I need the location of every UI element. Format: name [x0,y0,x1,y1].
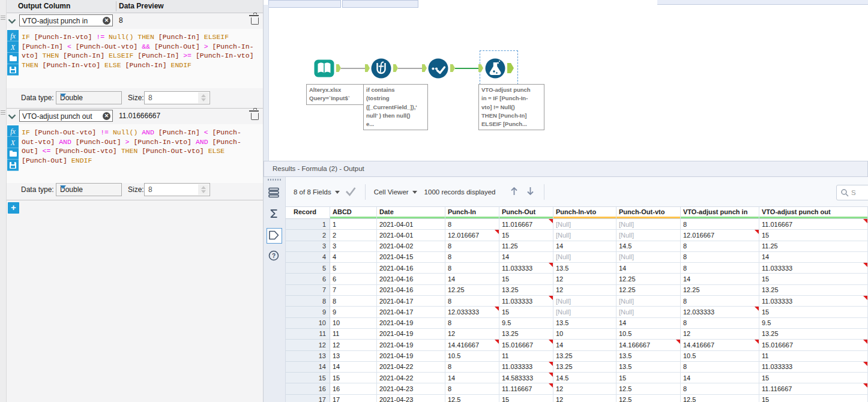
table-cell[interactable]: [Null] [553,307,616,317]
row-number-cell[interactable]: 9 [286,307,330,317]
search-box[interactable]: S [836,185,868,200]
tool-annotation[interactable]: Alteryx.xlsx Query=`Input$` [306,84,365,105]
canvas-scrollbar[interactable] [264,5,269,161]
table-cell[interactable]: 14 [445,274,499,284]
apply-checkmark-icon[interactable] [345,186,357,198]
panel-drag-handle[interactable] [268,179,281,181]
table-cell[interactable]: 8 [445,296,499,307]
table-cell[interactable]: 13.25 [553,351,616,362]
table-cell[interactable]: 11 [330,329,377,340]
table-cell[interactable]: [Null] [616,307,681,317]
chevron-down-icon[interactable] [8,16,17,25]
column-header[interactable]: VTO-adjust punch in [681,207,759,218]
table-cell[interactable]: 8 [681,318,759,329]
table-cell[interactable]: 14 [499,252,553,263]
saved-expressions-icon[interactable] [7,148,19,160]
workflow-tab[interactable] [268,0,341,8]
table-cell[interactable]: 12.5 [616,395,681,402]
table-cell[interactable]: 12 [445,329,499,340]
row-number-cell[interactable]: 4 [286,252,330,263]
table-cell[interactable]: 13.25 [759,329,868,340]
scroll-bottom-icon[interactable] [525,185,535,198]
table-cell[interactable]: 14.5 [616,241,681,252]
table-cell[interactable]: 13.5 [616,362,681,373]
table-cell[interactable]: 2021-04-19 [377,351,445,362]
table-cell[interactable]: 8 [445,252,499,263]
table-cell[interactable]: 15.016667 [499,340,553,350]
table-cell[interactable]: 15.016667 [759,340,868,350]
fields-dropdown[interactable]: 8 of 8 Fields [294,188,331,196]
table-cell[interactable]: [Null] [616,219,681,230]
table-cell[interactable]: 14 [330,362,377,373]
multi-field-formula-tool[interactable] [371,58,391,79]
table-cell[interactable]: 13.25 [759,285,868,296]
table-cell[interactable]: 8 [681,219,759,230]
table-cell[interactable]: 7 [330,285,377,296]
table-cell[interactable]: 8 [445,263,499,274]
row-number-cell[interactable]: 3 [286,241,330,252]
table-cell[interactable]: 16 [330,383,377,394]
table-cell[interactable]: 11.016667 [499,219,553,230]
table-cell[interactable]: [Null] [616,252,681,263]
output-anchor[interactable] [450,64,455,72]
table-cell[interactable]: 13.5 [553,263,616,274]
table-cell[interactable]: 12.25 [445,285,499,296]
data-view-icon[interactable] [267,228,282,244]
connection-line[interactable] [398,68,422,69]
table-cell[interactable]: 14.416667 [445,340,499,350]
row-number-cell[interactable]: 16 [286,383,330,394]
size-spinner[interactable] [198,92,209,103]
table-cell[interactable]: 13.25 [553,362,616,373]
table-cell[interactable]: [Null] [553,230,616,241]
table-cell[interactable]: 2021-04-01 [377,230,445,241]
table-cell[interactable]: 12 [553,383,616,394]
table-cell[interactable]: [Null] [553,296,616,307]
table-cell[interactable]: 14.416667 [681,340,759,350]
table-cell[interactable]: 8 [681,252,759,263]
table-cell[interactable]: 2021-04-16 [377,263,445,274]
table-cell[interactable]: 12 [330,340,377,350]
table-cell[interactable]: 15 [499,274,553,284]
table-cell[interactable]: 12.25 [616,285,681,296]
table-cell[interactable]: 14 [759,252,868,263]
table-cell[interactable]: 9.5 [759,318,868,329]
workflow-tab[interactable] [342,0,418,8]
input-anchor[interactable] [422,64,427,72]
row-number-cell[interactable]: 17 [286,395,330,402]
row-number-cell[interactable]: 8 [286,296,330,307]
table-cell[interactable]: 11.25 [499,241,553,252]
table-cell[interactable]: [Null] [616,296,681,307]
table-cell[interactable]: 11.25 [759,241,868,252]
row-number-cell[interactable]: 11 [286,329,330,340]
table-cell[interactable]: 8 [445,318,499,329]
table-cell[interactable]: 12.016667 [445,230,499,241]
table-cell[interactable]: 15 [499,395,553,402]
table-cell[interactable]: 17 [330,395,377,402]
table-cell[interactable]: 14 [553,340,616,350]
drag-grip-icon[interactable] [1,16,5,20]
column-header[interactable]: VTO-adjust punch out [759,207,868,218]
output-anchor[interactable] [393,64,398,72]
data-type-dropdown[interactable]: Double [56,91,122,104]
formula-expression-editor[interactable]: IF [Punch-In-vto] != Null() THEN [Punch-… [22,32,261,87]
scroll-top-icon[interactable] [509,185,519,198]
clear-field-icon[interactable] [103,17,110,25]
input-data-tool[interactable] [314,58,334,79]
workflow-canvas[interactable]: Alteryx.xlsx Query=`Input$` if contains … [264,0,868,161]
table-cell[interactable]: 14 [553,241,616,252]
table-cell[interactable]: 15 [499,307,553,317]
drag-grip-icon[interactable] [1,110,5,115]
panel-left-rail[interactable] [0,0,7,402]
table-cell[interactable]: 12.5 [445,395,499,402]
table-cell[interactable]: 11.033333 [499,362,553,373]
table-cell[interactable]: [Null] [553,252,616,263]
table-cell[interactable]: 2021-04-19 [377,340,445,350]
delete-expression-button[interactable] [251,17,259,25]
delete-expression-button[interactable] [251,113,259,120]
row-number-cell[interactable]: 15 [286,373,330,383]
table-cell[interactable]: 2021-04-22 [377,362,445,373]
saved-expressions-icon[interactable] [7,53,19,64]
table-cell[interactable]: 14 [616,318,681,329]
table-cell[interactable]: 15 [616,373,681,383]
table-cell[interactable]: 13 [330,351,377,362]
